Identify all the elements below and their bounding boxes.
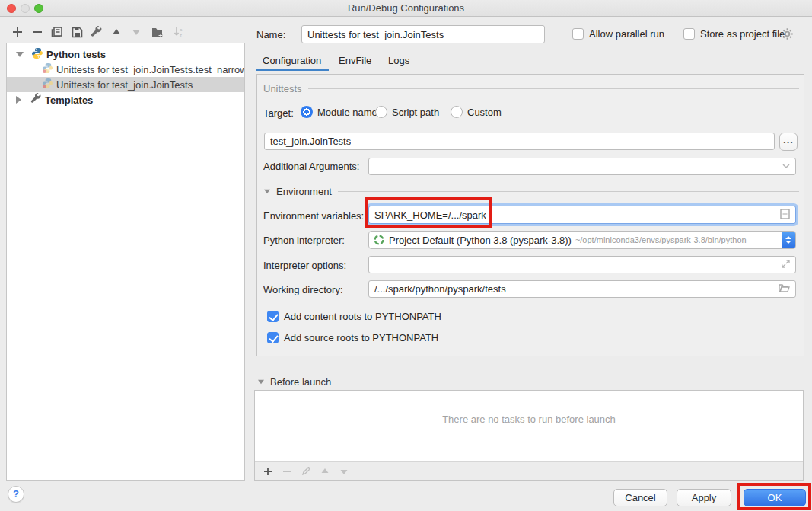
expand-editor-icon[interactable]: [782, 259, 790, 270]
cancel-button[interactable]: Cancel: [613, 489, 667, 506]
radio-selected-icon[interactable]: [301, 106, 313, 118]
working-directory-input[interactable]: /.../spark/python/pyspark/tests: [368, 280, 796, 298]
wrench-icon[interactable]: [90, 25, 103, 39]
title-bar: Run/Debug Configurations: [0, 0, 812, 17]
tab-configuration[interactable]: Configuration: [263, 53, 321, 69]
run-debug-configurations-dialog: { "titlebar": { "title": "Run/Debug Conf…: [0, 0, 812, 511]
help-button[interactable]: ?: [8, 486, 24, 503]
interpreter-options-input[interactable]: [368, 256, 796, 273]
unittests-section-label: Unittests: [263, 83, 302, 94]
environment-section-header[interactable]: Environment: [263, 186, 799, 197]
radio-label: Custom: [467, 107, 502, 118]
tree-node-test-narrow[interactable]: Unittests for test_join.JoinTests.test_n…: [7, 62, 244, 77]
unittests-section-header: Unittests: [263, 83, 799, 94]
python-test-icon: [42, 62, 53, 76]
before-launch-tasks-panel: There are no tasks to run before launch: [254, 390, 804, 481]
remove-icon[interactable]: [30, 25, 44, 39]
sort-alphabetically-icon: az: [172, 25, 186, 39]
tree-node-templates[interactable]: Templates: [7, 92, 244, 107]
active-tab-indicator: [256, 69, 329, 71]
move-task-up-icon: [319, 465, 331, 477]
working-directory-label: Working directory:: [263, 284, 343, 296]
before-launch-empty-text: There are no tasks to run before launch: [255, 414, 803, 425]
move-up-icon[interactable]: [110, 25, 123, 39]
remove-task-icon: [281, 465, 293, 477]
svg-text:a: a: [180, 27, 183, 32]
additional-arguments-input[interactable]: [368, 158, 796, 175]
working-directory-value: /.../spark/python/pyspark/tests: [374, 283, 506, 295]
store-as-project-file-label: Store as project file: [700, 28, 785, 40]
radio-label: Script path: [392, 107, 439, 118]
collapse-arrow-icon[interactable]: [16, 96, 21, 104]
configuration-form-pane: Unittests Target: Module name Script pat…: [256, 74, 804, 356]
checkbox-icon[interactable]: [572, 28, 584, 40]
tree-node-label: Python tests: [46, 49, 106, 60]
allow-parallel-run-label: Allow parallel run: [589, 28, 664, 40]
close-button[interactable]: [7, 4, 16, 13]
environment-variables-value: SPARK_HOME=/.../spark: [374, 209, 486, 221]
radio-module-name[interactable]: Module name: [301, 106, 377, 118]
python-interpreter-path: ~/opt/miniconda3/envs/pyspark-3.8/bin/py…: [575, 235, 747, 244]
radio-unselected-icon[interactable]: [375, 106, 387, 118]
expand-field-icon[interactable]: [782, 161, 790, 172]
checkbox-icon[interactable]: [683, 28, 695, 40]
edit-variables-icon[interactable]: [780, 209, 790, 222]
gear-icon[interactable]: [781, 27, 794, 43]
checkbox-checked-icon[interactable]: [267, 332, 279, 343]
checkbox-checked-icon[interactable]: [267, 311, 279, 322]
conda-env-icon: [374, 235, 384, 245]
folder-browse-icon[interactable]: [779, 283, 790, 295]
move-task-down-icon: [338, 465, 350, 477]
python-interpreter-value: Project Default (Python 3.8 (pyspark-3.8…: [389, 235, 572, 246]
environment-variables-label: Environment variables:: [263, 210, 364, 222]
edit-task-icon: [300, 465, 312, 477]
store-as-project-file-checkbox[interactable]: Store as project file: [683, 28, 785, 40]
target-input[interactable]: test_join.JoinTests: [264, 133, 775, 150]
dropdown-chevrons-icon[interactable]: [782, 232, 795, 248]
tree-node-label: Unittests for test_join.JoinTests.test_n…: [56, 64, 244, 75]
save-icon[interactable]: [70, 25, 84, 39]
add-content-roots-checkbox[interactable]: Add content roots to PYTHONPATH: [267, 311, 441, 322]
new-folder-icon[interactable]: [151, 25, 164, 39]
environment-variables-input[interactable]: SPARK_HOME=/.../spark: [368, 206, 796, 224]
add-source-roots-checkbox[interactable]: Add source roots to PYTHONPATH: [267, 332, 438, 343]
apply-button[interactable]: Apply: [677, 489, 731, 506]
expand-arrow-icon[interactable]: [16, 52, 24, 57]
copy-icon[interactable]: [50, 25, 64, 39]
before-launch-section-header[interactable]: Before launch: [257, 376, 804, 388]
templates-wrench-icon: [30, 93, 42, 107]
target-value: test_join.JoinTests: [270, 136, 351, 147]
browse-button[interactable]: ...: [779, 133, 798, 151]
collapse-section-icon[interactable]: [258, 380, 264, 385]
radio-custom[interactable]: Custom: [451, 106, 502, 118]
add-task-icon[interactable]: [262, 465, 274, 477]
add-icon[interactable]: [11, 25, 24, 39]
tree-node-python-tests[interactable]: Python tests: [7, 46, 244, 62]
allow-parallel-run-checkbox[interactable]: Allow parallel run: [572, 28, 664, 40]
python-test-icon: [42, 78, 53, 91]
python-interpreter-label: Python interpreter:: [263, 235, 345, 247]
tab-envfile[interactable]: EnvFile: [339, 53, 371, 69]
tree-node-label: Templates: [45, 94, 93, 106]
minimize-button[interactable]: [21, 4, 30, 13]
additional-arguments-label: Additional Arguments:: [263, 161, 359, 173]
svg-text:z: z: [180, 33, 182, 37]
before-launch-label: Before launch: [270, 376, 331, 388]
name-label: Name:: [256, 29, 285, 40]
python-icon: [31, 47, 43, 62]
python-interpreter-select[interactable]: Project Default (Python 3.8 (pyspark-3.8…: [368, 231, 796, 249]
window-title: Run/Debug Configurations: [348, 2, 464, 14]
collapse-section-icon[interactable]: [264, 190, 270, 194]
name-input[interactable]: Unittests for test_join.JoinTests: [301, 25, 545, 43]
tree-node-jointests-selected[interactable]: Unittests for test_join.JoinTests: [7, 77, 244, 92]
ok-button[interactable]: OK: [744, 489, 806, 506]
add-source-roots-label: Add source roots to PYTHONPATH: [284, 332, 438, 343]
environment-section-label: Environment: [276, 186, 332, 197]
before-launch-toolbar: [255, 461, 803, 480]
radio-script-path[interactable]: Script path: [375, 106, 439, 118]
zoom-button[interactable]: [34, 4, 43, 13]
tab-logs[interactable]: Logs: [388, 53, 409, 69]
add-content-roots-label: Add content roots to PYTHONPATH: [284, 311, 441, 322]
configurations-tree: Python tests Unittests for test_join.Joi…: [6, 43, 245, 481]
radio-unselected-icon[interactable]: [451, 106, 463, 118]
